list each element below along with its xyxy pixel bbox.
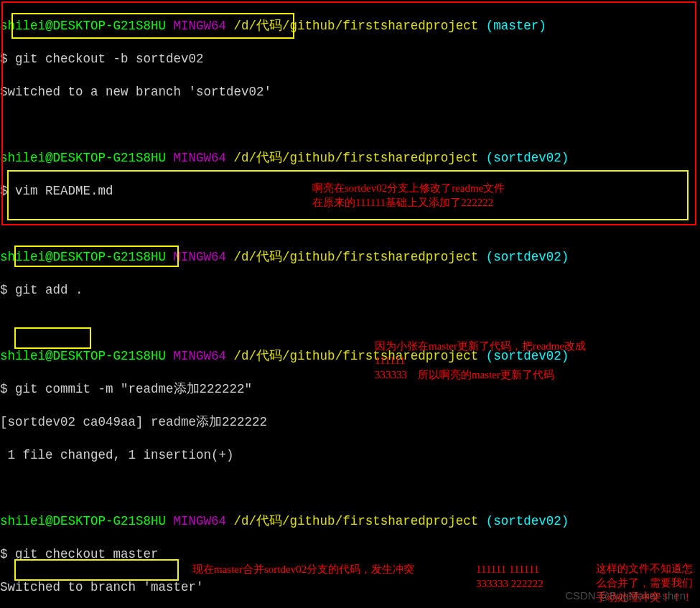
cmd-git-add: $ git add . bbox=[0, 282, 700, 299]
cmd-vim-readme: $ vim README.md bbox=[0, 183, 700, 200]
prompt-line: shilei@DESKTOP-G21S8HU MINGW64 /d/代码/git… bbox=[0, 18, 700, 34]
terminal-window[interactable]: shilei@DESKTOP-G21S8HU MINGW64 /d/代码/git… bbox=[0, 0, 700, 608]
cmd-checkout-master: $ git checkout master bbox=[0, 546, 700, 563]
out-switched-new: Switched to a new branch 'sortdev02' bbox=[0, 84, 700, 100]
cmd-checkout-new: $ git checkout -b sortdev02 bbox=[0, 51, 700, 67]
prompt-line: shilei@DESKTOP-G21S8HU MINGW64 /d/代码/git… bbox=[0, 249, 700, 266]
out-commit-hash: [sortdev02 ca049aa] readme添加222222 bbox=[0, 414, 700, 431]
cmd-git-commit: $ git commit -m "readme添加222222" bbox=[0, 381, 700, 398]
watermark: CSDN @BugMaker-shen bbox=[565, 587, 686, 604]
annotation-text: 现在master合并sortdev02分支的代码，发生冲突 bbox=[192, 562, 414, 576]
prompt-line: shilei@DESKTOP-G21S8HU MINGW64 /d/代码/git… bbox=[0, 513, 700, 530]
prompt-line: shilei@DESKTOP-G21S8HU MINGW64 /d/代码/git… bbox=[0, 348, 700, 365]
out-commit-stat: 1 file changed, 1 insertion(+) bbox=[0, 447, 700, 464]
prompt-line: shilei@DESKTOP-G21S8HU MINGW64 /d/代码/git… bbox=[0, 150, 700, 167]
